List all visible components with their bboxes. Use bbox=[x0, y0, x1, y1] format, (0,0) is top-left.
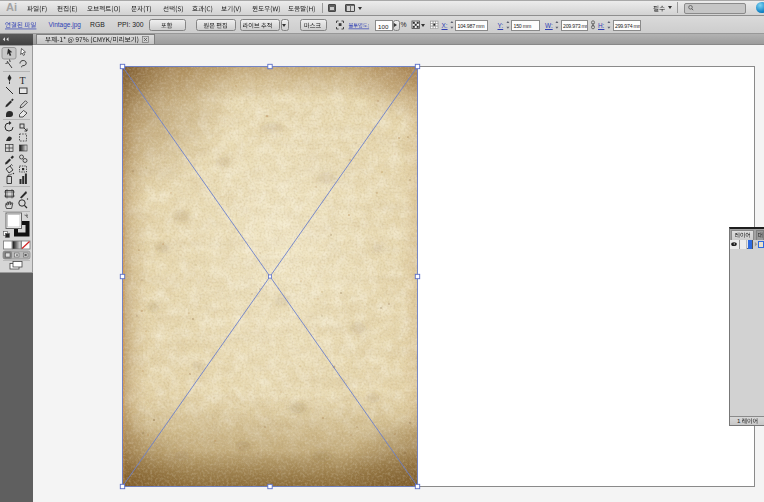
svg-text:T: T bbox=[20, 75, 26, 86]
